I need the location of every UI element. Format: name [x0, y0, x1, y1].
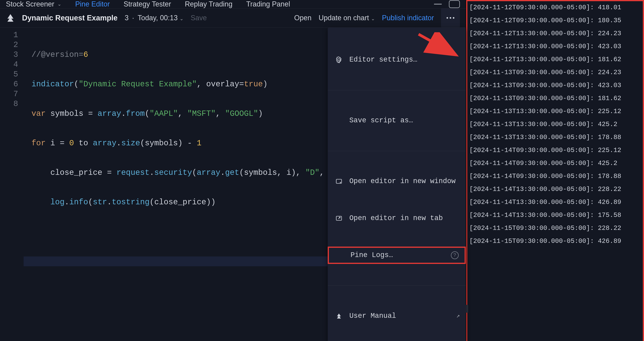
- line-number: 1: [0, 30, 24, 40]
- pine-script-icon: [334, 312, 344, 320]
- menu-label: Open editor in new tab: [349, 213, 460, 223]
- highlight-arrow: [416, 32, 460, 58]
- log-line: [2024-11-13T13:30:00.000-05:00]: 425.2: [469, 118, 643, 131]
- menu-pine-logs[interactable]: Pine Logs… ?: [328, 246, 466, 264]
- svg-line-4: [418, 34, 454, 54]
- gear-icon: [334, 55, 344, 64]
- menu-label: Pine Logs…: [350, 250, 445, 260]
- line-number: 2: [0, 40, 24, 50]
- log-line: [2024-11-15T09:30:00.000-05:00]: 426.89: [469, 235, 643, 248]
- external-link-icon: ↗: [456, 311, 460, 321]
- tab-label: Replay Trading: [185, 0, 232, 8]
- log-line: [2024-11-13T09:30:00.000-05:00]: 181.62: [469, 92, 643, 105]
- tab-strategy-tester[interactable]: Strategy Tester: [124, 0, 171, 8]
- editor-more-menu: Editor settings… Save script as… Open ed…: [328, 28, 466, 341]
- log-line: [2024-11-12T09:30:00.000-05:00]: 418.01: [469, 1, 643, 14]
- tab-label: Pine Editor: [75, 0, 110, 8]
- maximize-icon[interactable]: [449, 0, 460, 8]
- log-line: [2024-11-14T09:30:00.000-05:00]: 178.88: [469, 170, 643, 183]
- pine-script-icon: [6, 13, 15, 22]
- menu-user-manual[interactable]: User Manual ↗: [328, 307, 466, 325]
- chevron-down-icon: ⌄: [371, 16, 375, 21]
- log-line: [2024-11-15T09:30:00.000-05:00]: 228.22: [469, 222, 643, 235]
- minimize-icon[interactable]: [434, 4, 442, 4]
- menu-open-new-window[interactable]: Open editor in new window: [328, 173, 466, 190]
- new-window-icon: [334, 177, 344, 186]
- menu-label: Save script as…: [349, 116, 460, 126]
- menu-divider: [328, 286, 466, 286]
- log-line: [2024-11-12T13:30:00.000-05:00]: 181.62: [469, 53, 643, 66]
- log-line: [2024-11-13T13:30:00.000-05:00]: 225.12: [469, 105, 643, 118]
- publish-indicator-button[interactable]: Publish indicator: [382, 14, 434, 22]
- chevron-down-icon: ⌄: [58, 2, 61, 7]
- more-menu-button[interactable]: [441, 8, 460, 27]
- line-number: 3: [0, 50, 24, 60]
- dots-horizontal-icon: [446, 17, 454, 19]
- menu-divider: [328, 151, 466, 151]
- menu-label: User Manual: [349, 311, 450, 321]
- line-number: 7: [0, 89, 24, 99]
- log-line: [2024-11-14T13:30:00.000-05:00]: 426.89: [469, 196, 643, 209]
- question-circle-icon[interactable]: ?: [451, 251, 459, 259]
- menu-divider: [328, 90, 466, 90]
- log-line: [2024-11-13T13:30:00.000-05:00]: 178.88: [469, 131, 643, 144]
- menu-save-script-as[interactable]: Save script as…: [328, 112, 466, 129]
- log-line: [2024-11-14T13:30:00.000-05:00]: 228.22: [469, 183, 643, 196]
- tab-label: Stock Screener: [6, 0, 54, 8]
- line-gutter: 12345678: [0, 28, 24, 341]
- panel-tab-bar: Stock Screener ⌄ Pine Editor Strategy Te…: [0, 0, 466, 8]
- update-on-chart-button[interactable]: Update on chart ⌄: [319, 14, 375, 22]
- tab-label: Trading Panel: [246, 0, 290, 8]
- code-editor[interactable]: 12345678 //@version=6 indicator("Dynamic…: [0, 28, 466, 341]
- tab-stock-screener[interactable]: Stock Screener ⌄: [6, 0, 61, 8]
- tab-replay-trading[interactable]: Replay Trading: [185, 0, 232, 8]
- tab-pine-editor[interactable]: Pine Editor: [75, 0, 110, 8]
- editor-toolbar: Dynamic Request Example 3 · Today, 00:13…: [0, 8, 466, 28]
- external-link-icon: [334, 214, 344, 223]
- log-line: [2024-11-14T09:30:00.000-05:00]: 425.2: [469, 157, 643, 170]
- line-number: 5: [0, 70, 24, 80]
- open-button[interactable]: Open: [294, 14, 312, 22]
- chevron-down-icon: ⌄: [180, 16, 184, 21]
- menu-label: Open editor in new window: [349, 176, 460, 186]
- script-version[interactable]: 3 · Today, 00:13 ⌄: [125, 14, 184, 22]
- log-line: [2024-11-12T09:30:00.000-05:00]: 180.35: [469, 14, 643, 27]
- save-button[interactable]: Save: [190, 14, 207, 22]
- log-line: [2024-11-12T13:30:00.000-05:00]: 423.03: [469, 40, 643, 53]
- log-line: [2024-11-13T09:30:00.000-05:00]: 224.23: [469, 66, 643, 79]
- tab-label: Strategy Tester: [124, 0, 171, 8]
- log-line: [2024-11-14T13:30:00.000-05:00]: 175.58: [469, 209, 643, 222]
- line-number: 4: [0, 60, 24, 70]
- line-number: 6: [0, 80, 24, 89]
- log-line: [2024-11-12T13:30:00.000-05:00]: 224.23: [469, 27, 643, 40]
- line-number: 8: [0, 99, 24, 109]
- tab-trading-panel[interactable]: Trading Panel: [246, 0, 290, 8]
- code-body[interactable]: //@version=6 indicator("Dynamic Request …: [24, 28, 466, 341]
- script-title[interactable]: Dynamic Request Example: [22, 14, 118, 22]
- log-line: [2024-11-14T09:30:00.000-05:00]: 225.12: [469, 144, 643, 157]
- log-line: [2024-11-13T09:30:00.000-05:00]: 423.03: [469, 79, 643, 92]
- menu-open-new-tab[interactable]: Open editor in new tab: [328, 210, 466, 227]
- pine-logs-panel[interactable]: [2024-11-12T09:30:00.000-05:00]: 418.01[…: [466, 0, 644, 341]
